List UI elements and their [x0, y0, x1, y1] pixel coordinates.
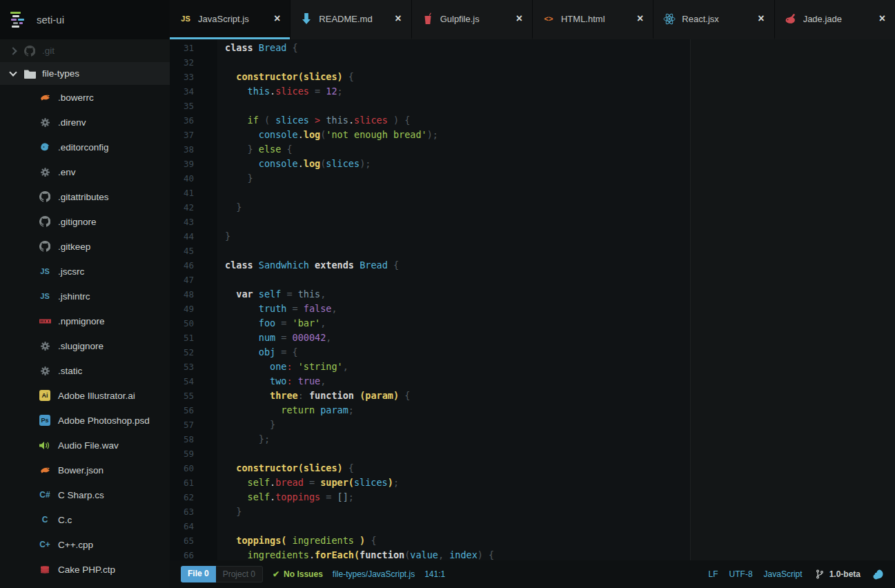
- code-token: index: [449, 549, 478, 560]
- sidebar-item-bower-json[interactable]: Bower.json: [0, 458, 170, 482]
- code-line[interactable]: 42 }: [170, 200, 690, 215]
- code-line[interactable]: 51 num = 000042,: [170, 331, 690, 345]
- close-icon[interactable]: ×: [274, 13, 280, 24]
- sidebar-folder-git[interactable]: .git: [0, 39, 170, 62]
- line-number: 66: [170, 548, 217, 560]
- code-line[interactable]: 57 }: [170, 418, 690, 432]
- sidebar-item-c-c[interactable]: CC.c: [0, 507, 170, 532]
- sidebar-item-gitignore[interactable]: .gitignore: [0, 209, 170, 234]
- editor-pane[interactable]: 31class Bread {3233 constructor(slices) …: [170, 39, 690, 560]
- squirrel-icon[interactable]: [872, 569, 884, 580]
- code-line[interactable]: 40 }: [170, 171, 690, 186]
- code-line[interactable]: 55 three: function (param) {: [170, 389, 690, 403]
- sidebar-item-audio-file-wav[interactable]: Audio File.wav: [0, 433, 170, 458]
- code-area[interactable]: 31class Bread {3233 constructor(slices) …: [170, 39, 690, 560]
- close-icon[interactable]: ×: [637, 13, 643, 24]
- code-line[interactable]: 58 };: [170, 432, 690, 447]
- close-icon[interactable]: ×: [516, 13, 522, 24]
- sidebar-item-adobe-photoshop-psd[interactable]: PsAdobe Photoshop.psd: [0, 408, 170, 433]
- encoding-indicator[interactable]: UTF-8: [729, 569, 753, 579]
- code-text: var self = this,: [217, 287, 326, 302]
- line-ending-indicator[interactable]: LF: [709, 569, 718, 579]
- code-line[interactable]: 63 }: [170, 504, 690, 519]
- sidebar-item-static[interactable]: .static: [0, 358, 170, 383]
- line-number: 45: [170, 244, 217, 258]
- code-token: one: [270, 361, 286, 372]
- code-line[interactable]: 46class Sandwhich extends Bread {: [170, 258, 690, 273]
- code-line[interactable]: 56 return param;: [170, 403, 690, 418]
- code-line[interactable]: 50 foo = 'bar',: [170, 316, 690, 331]
- code-text: num = 000042,: [217, 331, 331, 345]
- tab-javascript-js[interactable]: JSJavaScript.js×: [170, 0, 290, 39]
- code-line[interactable]: 53 one: 'string',: [170, 360, 690, 374]
- sidebar-item-jscsrc[interactable]: JS.jscsrc: [0, 259, 170, 284]
- sidebar-item-editorconfig[interactable]: .editorconfig: [0, 135, 170, 159]
- sidebar-item-bowerrc[interactable]: .bowerrc: [0, 85, 170, 110]
- sidebar-item-jshintrc[interactable]: JS.jshintrc: [0, 284, 170, 308]
- tab-jade-jade[interactable]: Jade.jade×: [774, 0, 895, 39]
- sidebar-item-c-sharp-cs[interactable]: C#C Sharp.cs: [0, 482, 170, 507]
- language-indicator[interactable]: JavaScript: [764, 569, 803, 579]
- code-line[interactable]: 54 two: true,: [170, 374, 690, 389]
- line-number: 62: [170, 490, 217, 504]
- code-line[interactable]: 35: [170, 99, 690, 113]
- code-line[interactable]: 47: [170, 273, 690, 287]
- code-line[interactable]: 37 console.log('not enough bread');: [170, 128, 690, 142]
- code-line[interactable]: 62 self.toppings = [];: [170, 490, 690, 504]
- code-line[interactable]: 41: [170, 186, 690, 200]
- js-yellow-icon: JS: [179, 14, 192, 23]
- code-line[interactable]: 39 console.log(slices);: [170, 157, 690, 171]
- sidebar-item-c-cpp[interactable]: C+C++.cpp: [0, 532, 170, 557]
- tab-html-html[interactable]: <>HTML.html×: [532, 0, 653, 39]
- code-line[interactable]: 59: [170, 447, 690, 461]
- code-line[interactable]: 61 self.bread = super(slices);: [170, 476, 690, 490]
- code-line[interactable]: 38 } else {: [170, 142, 690, 157]
- chevron-down-icon: [9, 68, 17, 76]
- file-label: Audio File.wav: [58, 440, 119, 451]
- close-icon[interactable]: ×: [395, 13, 401, 24]
- code-line[interactable]: 43: [170, 215, 690, 229]
- close-icon[interactable]: ×: [879, 13, 885, 24]
- code-text: ingredients.forEach(function(value, inde…: [217, 548, 494, 560]
- code-text: } else {: [217, 142, 293, 157]
- tab-react-jsx[interactable]: React.jsx×: [653, 0, 774, 39]
- sidebar-item-npmignore[interactable]: .npmignore: [0, 308, 170, 333]
- sidebar-item-slugignore[interactable]: .slugignore: [0, 333, 170, 358]
- code-line[interactable]: 48 var self = this,: [170, 287, 690, 302]
- tab-gulpfile-js[interactable]: Gulpfile.js×: [411, 0, 532, 39]
- git-branch-indicator[interactable]: 1.0-beta: [814, 569, 860, 579]
- code-line[interactable]: 66 ingredients.forEach(function(value, i…: [170, 548, 690, 560]
- code-token: toppings(: [236, 535, 286, 546]
- sidebar-item-adobe-illustrator-ai[interactable]: AiAdobe Illustrator.ai: [0, 383, 170, 408]
- code-text: constructor(slices) {: [217, 70, 354, 84]
- sidebar-item-cake-php-ctp[interactable]: Cake PHP.ctp: [0, 557, 170, 582]
- code-line[interactable]: 36 if ( slices > this.slices ) {: [170, 113, 690, 128]
- code-line[interactable]: 32: [170, 55, 690, 70]
- code-line[interactable]: 34 this.slices = 12;: [170, 84, 690, 99]
- code-line[interactable]: 49 truth = false,: [170, 302, 690, 316]
- close-icon[interactable]: ×: [758, 13, 764, 24]
- sidebar-item-env[interactable]: .env: [0, 159, 170, 184]
- sidebar-item-direnv[interactable]: .direnv: [0, 110, 170, 135]
- sidebar-item-gitkeep[interactable]: .gitkeep: [0, 234, 170, 259]
- code-text: [217, 273, 225, 287]
- file-scope-button[interactable]: File 0: [181, 566, 216, 582]
- code-token: this: [248, 86, 271, 97]
- code-line[interactable]: 44}: [170, 229, 690, 244]
- code-token: this: [326, 115, 348, 126]
- code-line[interactable]: 31class Bread {: [170, 41, 690, 55]
- project-scope-button[interactable]: Project 0: [216, 566, 263, 582]
- code-line[interactable]: 65 toppings( ingredients ) {: [170, 533, 690, 548]
- code-line[interactable]: 60 constructor(slices) {: [170, 461, 690, 476]
- tab-readme-md[interactable]: README.md×: [290, 0, 411, 39]
- code-token: .: [270, 86, 275, 97]
- code-line[interactable]: 45: [170, 244, 690, 258]
- code-token: [225, 115, 248, 126]
- code-line[interactable]: 33 constructor(slices) {: [170, 70, 690, 84]
- sidebar-folder-file-types[interactable]: file-types: [0, 62, 170, 85]
- issues-status[interactable]: ✔ No Issues: [273, 569, 323, 579]
- code-line[interactable]: 52 obj = {: [170, 345, 690, 360]
- code-token: [225, 86, 248, 97]
- code-line[interactable]: 64: [170, 519, 690, 533]
- sidebar-item-gitattributes[interactable]: .gitattributes: [0, 184, 170, 209]
